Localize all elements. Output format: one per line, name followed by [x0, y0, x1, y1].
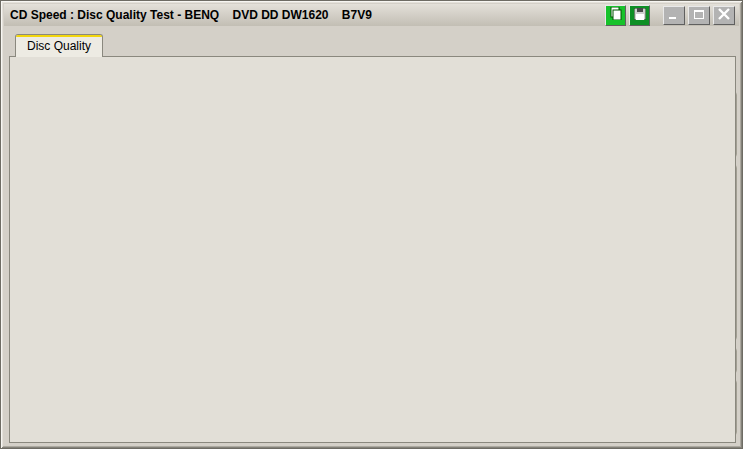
maximize-button[interactable] [688, 6, 710, 25]
tab-disc-quality[interactable]: Disc Quality [15, 34, 103, 57]
minimize-button[interactable] [663, 6, 685, 25]
tab-label: Disc Quality [27, 39, 91, 53]
window-title: CD Speed : Disc Quality Test - BENQ DVD … [4, 8, 605, 22]
disc-quality-page [9, 56, 736, 443]
maximize-icon [693, 6, 705, 24]
close-button[interactable] [713, 6, 735, 25]
copy-icon [610, 6, 622, 24]
save-button[interactable] [629, 5, 650, 26]
minimize-icon [668, 6, 680, 24]
save-icon [634, 6, 646, 24]
title-bar[interactable]: CD Speed : Disc Quality Test - BENQ DVD … [4, 4, 739, 26]
copy-button[interactable] [605, 5, 626, 26]
app-window: CD Speed : Disc Quality Test - BENQ DVD … [0, 0, 743, 449]
close-icon [718, 6, 730, 24]
